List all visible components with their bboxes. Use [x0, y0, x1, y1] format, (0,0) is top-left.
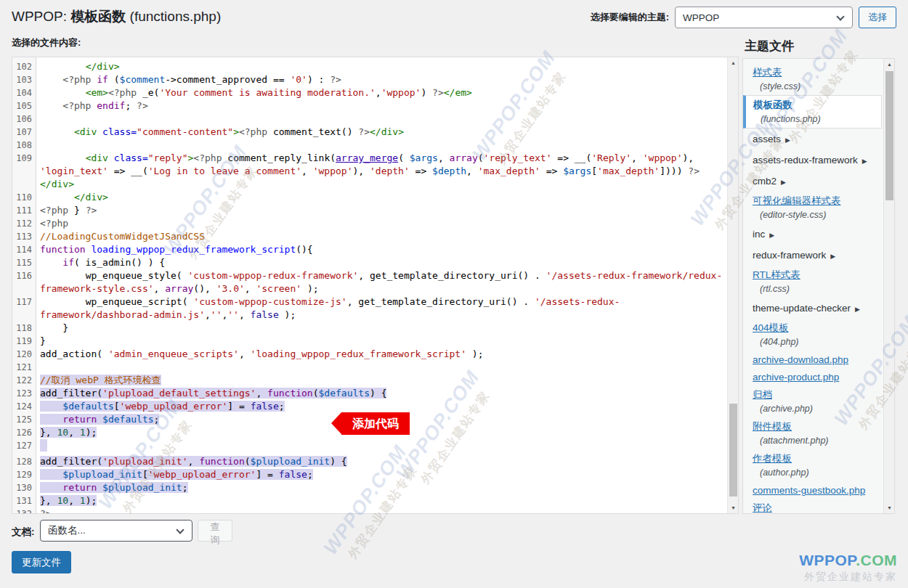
file-link[interactable]: 模板函数 — [753, 99, 793, 110]
theme-file-item[interactable]: 评论(comments.php) — [743, 499, 884, 514]
theme-file-item[interactable]: 附件模板(attachment.php) — [743, 417, 884, 449]
folder-expand-icon: ▶ — [862, 158, 867, 165]
line-number: 106 — [12, 113, 36, 126]
code-text: //取消 webP 格式环境检查 — [36, 374, 727, 387]
theme-folder-item[interactable]: redux-framework▶ — [743, 245, 884, 266]
code-text — [36, 439, 727, 455]
code-text: function loading_wppop_redux_framework_s… — [36, 243, 727, 256]
folder-expand-icon: ▶ — [830, 253, 835, 260]
wppop-logo: WPPOP.COM 外贸企业建站专家 — [799, 552, 897, 584]
file-link[interactable]: 附件模板 — [753, 421, 792, 432]
theme-file-item[interactable]: 样式表(style.css) — [743, 63, 884, 95]
code-text: add_filter('plupload_init', function($pl… — [36, 455, 727, 468]
theme-file-item[interactable]: 作者模板(author.php) — [743, 449, 884, 481]
line-number: 119 — [12, 335, 36, 348]
editor-scrollbar-thumb[interactable] — [729, 404, 737, 497]
scroll-up-icon[interactable]: ▲ — [728, 57, 739, 68]
line-number: 125 — [12, 413, 36, 426]
theme-file-item[interactable]: archive-download.php — [743, 351, 884, 368]
code-content[interactable]: 102 </div>103 <?php if ($comment->commen… — [12, 57, 727, 513]
code-text: <div class="comment-content"><?php comme… — [36, 126, 727, 139]
theme-folder-item[interactable]: assets▶ — [743, 128, 884, 150]
line-number: 113 — [12, 230, 36, 243]
file-path: (attachment.php) — [753, 433, 878, 447]
code-text: </div> — [36, 191, 727, 204]
code-line: 124 $defaults['webp_upload_error'] = fal… — [12, 400, 727, 413]
editor-scrollbar[interactable]: ▲ ▼ — [727, 57, 738, 513]
code-text: <em><?php _e('Your comment is awaiting m… — [36, 86, 727, 99]
wppop-logo-text: WPPOP.COM — [799, 552, 897, 569]
line-number: 127 — [12, 439, 36, 455]
file-path: (editor-style.css) — [753, 208, 878, 221]
theme-folder-item[interactable]: inc▶ — [743, 224, 884, 245]
folder-expand-icon: ▶ — [855, 306, 860, 313]
folder-name: theme-update-checker — [753, 303, 851, 314]
page-title: WPPOP: 模板函数 (functions.php) — [12, 7, 221, 26]
file-link[interactable]: 评论 — [753, 502, 772, 513]
doc-select[interactable]: 函数名... — [40, 520, 192, 542]
theme-file-item[interactable]: 可视化编辑器样式表(editor-style.css) — [743, 192, 884, 224]
code-line: 128add_filter('plupload_init', function(… — [12, 455, 727, 468]
theme-select[interactable]: WPPOP — [675, 7, 853, 28]
line-number: 102 — [12, 60, 36, 73]
theme-file-item[interactable]: archive-product.php — [743, 368, 884, 385]
file-link[interactable]: archive-download.php — [753, 354, 848, 365]
code-text: //LoadingCustomWidgetJSandCSS — [36, 230, 727, 243]
file-link[interactable]: 样式表 — [753, 67, 782, 78]
chevron-down-icon — [176, 526, 184, 534]
line-number: 116 — [12, 269, 36, 295]
folder-name: inc — [753, 229, 765, 240]
code-line: 112<?php — [12, 217, 727, 230]
code-line: 107 <div class="comment-content"><?php c… — [12, 126, 727, 139]
theme-folder-item[interactable]: cmb2▶ — [743, 171, 884, 192]
file-path: (404.php) — [753, 335, 878, 348]
code-editor[interactable]: 102 </div>103 <?php if ($comment->commen… — [12, 57, 739, 514]
file-link[interactable]: 可视化编辑器样式表 — [753, 195, 841, 206]
theme-folder-item[interactable]: assets-redux-framework▶ — [743, 150, 884, 171]
file-link[interactable]: RTL样式表 — [753, 269, 800, 280]
folder-name: cmb2 — [753, 176, 777, 187]
theme-file-item[interactable]: 404模板(404.php) — [743, 319, 884, 351]
theme-folder-item[interactable]: theme-update-checker▶ — [743, 298, 884, 319]
code-line: 110 </div> — [12, 191, 727, 204]
sidebar-scrollbar[interactable]: ▲ ▼ — [883, 59, 894, 513]
sidebar-scrollbar-thumb[interactable] — [885, 71, 893, 200]
code-text: <?php if ($comment->comment_approved == … — [36, 73, 727, 86]
code-line: 123add_filter('plupload_default_settings… — [12, 387, 727, 400]
scroll-down-icon[interactable]: ▼ — [728, 502, 739, 513]
chevron-down-icon — [836, 12, 844, 20]
code-line: 130 return $plupload_init; — [12, 481, 727, 494]
file-link[interactable]: 归档 — [753, 389, 772, 400]
file-link[interactable]: 404模板 — [753, 322, 789, 333]
code-line: 122//取消 webP 格式环境检查 — [12, 374, 727, 387]
theme-file-item[interactable]: 模板函数(functions.php) — [743, 95, 882, 128]
file-link[interactable]: archive-product.php — [753, 372, 839, 383]
folder-expand-icon: ▶ — [769, 232, 774, 239]
line-number: 110 — [12, 191, 36, 204]
scroll-up-icon[interactable]: ▲ — [884, 59, 895, 70]
page-title-name: 模板函数 — [70, 9, 126, 24]
file-link[interactable]: 作者模板 — [753, 453, 792, 464]
line-number: 112 — [12, 217, 36, 230]
theme-file-item[interactable]: RTL样式表(rtl.css) — [743, 266, 884, 298]
line-number: 124 — [12, 400, 36, 413]
code-text: <div class="reply"><?php comment_reply_l… — [36, 152, 727, 191]
line-number: 128 — [12, 455, 36, 468]
file-link[interactable]: comments-guestbook.php — [753, 485, 865, 496]
code-text: wp_enqueue_style( 'custom-wppop-redux-fr… — [36, 269, 727, 295]
line-number: 114 — [12, 243, 36, 256]
code-line: 127 — [12, 439, 727, 455]
code-text: }, 10, 1); — [36, 494, 727, 507]
update-file-button[interactable]: 更新文件 — [12, 551, 71, 573]
theme-select-button[interactable]: 选择 — [859, 7, 896, 28]
theme-file-item[interactable]: comments-guestbook.php — [743, 481, 884, 499]
theme-files-panel: 样式表(style.css)模板函数(functions.php)assets▶… — [742, 58, 895, 514]
code-text: } — [36, 335, 727, 348]
lookup-button[interactable]: 查询 — [198, 520, 232, 542]
theme-file-item[interactable]: 归档(archive.php) — [743, 385, 884, 417]
theme-picker: 选择要编辑的主题: WPPOP 选择 — [591, 7, 896, 28]
folder-name: assets-redux-framework — [753, 155, 858, 166]
scroll-down-icon[interactable]: ▼ — [884, 502, 895, 513]
code-line: 103 <?php if ($comment->comment_approved… — [12, 73, 727, 86]
code-line: 109 <div class="reply"><?php comment_rep… — [12, 152, 727, 191]
